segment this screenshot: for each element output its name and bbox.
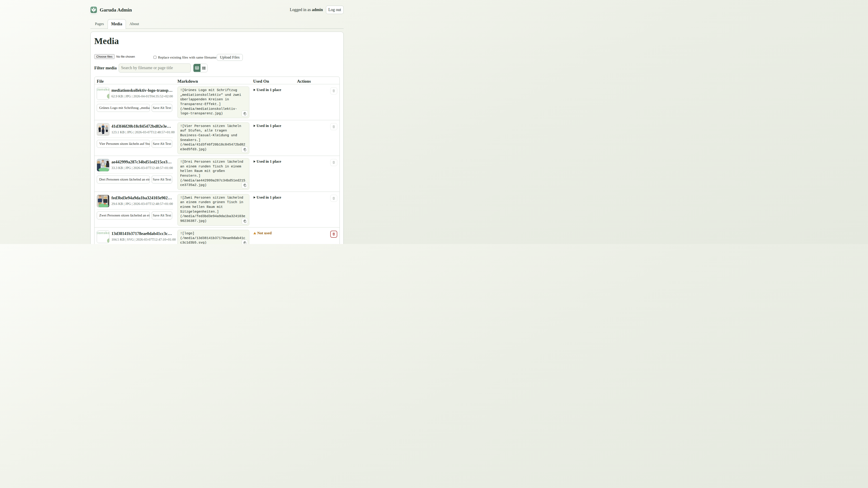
svg-text:tionsko: tionsko <box>97 87 110 91</box>
svg-text:tionsko: tionsko <box>97 231 110 234</box>
